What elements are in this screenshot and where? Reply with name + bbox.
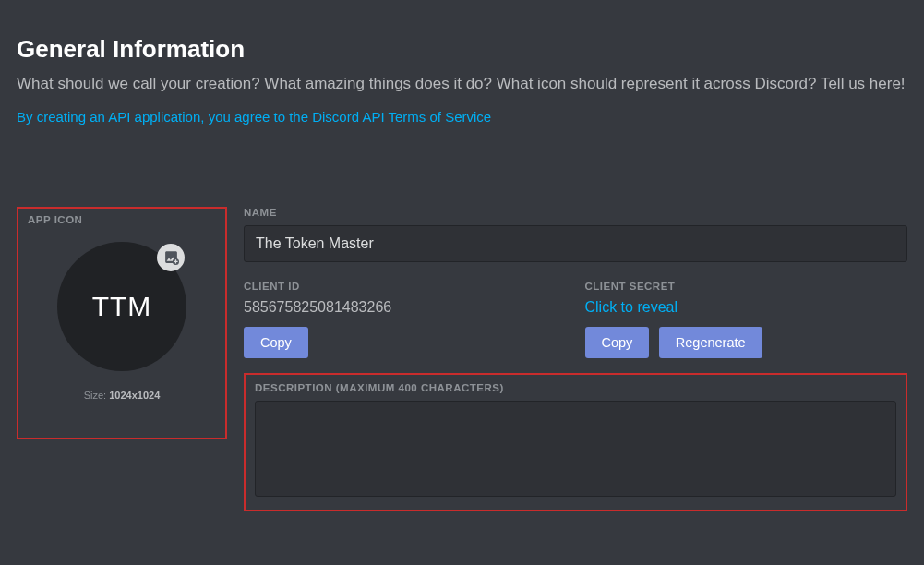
- description-label: DESCRIPTION (MAXIMUM 400 CHARACTERS): [255, 382, 896, 393]
- description-panel: DESCRIPTION (MAXIMUM 400 CHARACTERS): [244, 373, 907, 511]
- upload-image-icon[interactable]: [157, 244, 185, 271]
- copy-client-id-button[interactable]: Copy: [244, 327, 308, 358]
- name-input[interactable]: [244, 225, 907, 262]
- fields-column: NAME CLIENT ID 585675825081483266 Copy C…: [244, 207, 907, 511]
- client-id-value: 585675825081483266: [244, 299, 567, 316]
- client-secret-label: CLIENT SECRET: [585, 281, 908, 292]
- app-icon-panel: APP ICON TTM Size: 1024x1024: [17, 207, 227, 439]
- form-area: APP ICON TTM Size: 1024x1024 NAME: [17, 207, 907, 511]
- tos-link[interactable]: By creating an API application, you agre…: [17, 109, 491, 125]
- client-id-section: CLIENT ID 585675825081483266 Copy: [244, 281, 567, 358]
- name-label: NAME: [244, 207, 907, 218]
- app-icon-column: APP ICON TTM Size: 1024x1024: [17, 207, 227, 511]
- copy-secret-button[interactable]: Copy: [585, 327, 650, 358]
- reveal-secret-link[interactable]: Click to reveal: [585, 299, 678, 316]
- client-secret-section: CLIENT SECRET Click to reveal Copy Regen…: [585, 281, 908, 358]
- page-subtitle: What should we call your creation? What …: [17, 73, 907, 96]
- app-icon-preview[interactable]: TTM: [57, 242, 186, 371]
- description-input[interactable]: [255, 401, 896, 497]
- app-icon-label: APP ICON: [28, 214, 216, 225]
- client-id-label: CLIENT ID: [244, 281, 567, 292]
- regenerate-secret-button[interactable]: Regenerate: [659, 327, 762, 358]
- page-title: General Information: [17, 35, 907, 64]
- app-icon-size-hint: Size: 1024x1024: [28, 390, 216, 401]
